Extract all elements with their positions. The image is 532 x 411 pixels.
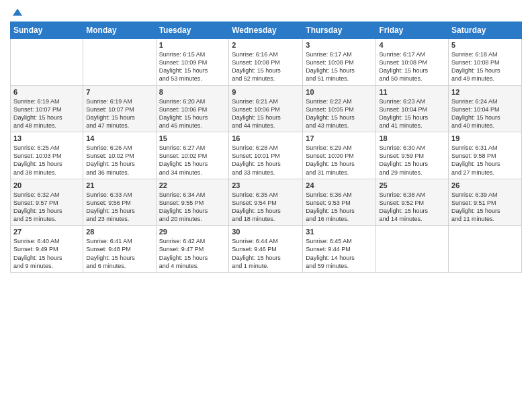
calendar-weekday: Thursday	[303, 22, 376, 39]
day-info: Sunrise: 6:36 AM Sunset: 9:53 PM Dayligh…	[306, 191, 373, 224]
table-row: 5Sunrise: 6:18 AM Sunset: 10:08 PM Dayli…	[449, 39, 522, 86]
day-info: Sunrise: 6:15 AM Sunset: 10:09 PM Daylig…	[159, 50, 226, 83]
table-row	[376, 226, 449, 273]
day-number: 13	[13, 134, 80, 142]
table-row: 23Sunrise: 6:35 AM Sunset: 9:54 PM Dayli…	[229, 179, 303, 226]
day-number: 26	[451, 181, 519, 189]
day-info: Sunrise: 6:27 AM Sunset: 10:02 PM Daylig…	[159, 144, 226, 177]
logo-icon	[11, 7, 24, 19]
day-number: 1	[159, 41, 226, 49]
day-info: Sunrise: 6:40 AM Sunset: 9:49 PM Dayligh…	[13, 237, 80, 270]
day-number: 21	[86, 181, 152, 189]
calendar-table: SundayMondayTuesdayWednesdayThursdayFrid…	[10, 21, 522, 273]
day-info: Sunrise: 6:32 AM Sunset: 9:57 PM Dayligh…	[13, 191, 80, 224]
day-number: 24	[306, 181, 373, 189]
table-row	[83, 39, 156, 86]
table-row: 3Sunrise: 6:17 AM Sunset: 10:08 PM Dayli…	[303, 39, 376, 86]
day-info: Sunrise: 6:28 AM Sunset: 10:01 PM Daylig…	[232, 144, 300, 177]
day-number: 17	[306, 134, 373, 142]
table-row: 26Sunrise: 6:39 AM Sunset: 9:51 PM Dayli…	[449, 179, 522, 226]
table-row: 6Sunrise: 6:19 AM Sunset: 10:07 PM Dayli…	[11, 85, 83, 132]
day-info: Sunrise: 6:44 AM Sunset: 9:46 PM Dayligh…	[232, 237, 300, 270]
day-number: 6	[13, 88, 80, 96]
day-number: 3	[306, 41, 373, 49]
day-number: 9	[232, 88, 300, 96]
logo	[10, 7, 24, 16]
day-info: Sunrise: 6:16 AM Sunset: 10:08 PM Daylig…	[232, 50, 300, 83]
day-info: Sunrise: 6:23 AM Sunset: 10:04 PM Daylig…	[379, 97, 445, 130]
day-info: Sunrise: 6:25 AM Sunset: 10:03 PM Daylig…	[13, 144, 80, 177]
day-number: 22	[159, 181, 226, 189]
table-row: 19Sunrise: 6:31 AM Sunset: 9:58 PM Dayli…	[449, 132, 522, 179]
page-header	[10, 7, 522, 16]
day-info: Sunrise: 6:29 AM Sunset: 10:00 PM Daylig…	[306, 144, 373, 177]
table-row: 9Sunrise: 6:21 AM Sunset: 10:06 PM Dayli…	[229, 85, 303, 132]
table-row: 2Sunrise: 6:16 AM Sunset: 10:08 PM Dayli…	[229, 39, 303, 86]
table-row: 27Sunrise: 6:40 AM Sunset: 9:49 PM Dayli…	[11, 226, 83, 273]
day-number: 14	[86, 134, 152, 142]
day-info: Sunrise: 6:30 AM Sunset: 9:59 PM Dayligh…	[379, 144, 445, 177]
table-row: 25Sunrise: 6:38 AM Sunset: 9:52 PM Dayli…	[376, 179, 449, 226]
day-number: 25	[379, 181, 445, 189]
table-row: 30Sunrise: 6:44 AM Sunset: 9:46 PM Dayli…	[229, 226, 303, 273]
table-row: 12Sunrise: 6:24 AM Sunset: 10:04 PM Dayl…	[449, 85, 522, 132]
day-info: Sunrise: 6:19 AM Sunset: 10:07 PM Daylig…	[86, 97, 152, 130]
table-row: 16Sunrise: 6:28 AM Sunset: 10:01 PM Dayl…	[229, 132, 303, 179]
day-info: Sunrise: 6:24 AM Sunset: 10:04 PM Daylig…	[451, 97, 519, 130]
table-row: 24Sunrise: 6:36 AM Sunset: 9:53 PM Dayli…	[303, 179, 376, 226]
table-row	[11, 39, 83, 86]
day-number: 2	[232, 41, 300, 49]
day-number: 28	[86, 228, 152, 236]
calendar-week-row: 6Sunrise: 6:19 AM Sunset: 10:07 PM Dayli…	[11, 85, 522, 132]
day-number: 19	[451, 134, 519, 142]
day-info: Sunrise: 6:18 AM Sunset: 10:08 PM Daylig…	[451, 50, 519, 83]
day-info: Sunrise: 6:17 AM Sunset: 10:08 PM Daylig…	[306, 50, 373, 83]
day-info: Sunrise: 6:21 AM Sunset: 10:06 PM Daylig…	[232, 97, 300, 130]
day-number: 10	[306, 88, 373, 96]
day-number: 18	[379, 134, 445, 142]
table-row: 15Sunrise: 6:27 AM Sunset: 10:02 PM Dayl…	[156, 132, 229, 179]
table-row: 20Sunrise: 6:32 AM Sunset: 9:57 PM Dayli…	[11, 179, 83, 226]
day-info: Sunrise: 6:22 AM Sunset: 10:05 PM Daylig…	[306, 97, 373, 130]
table-row: 31Sunrise: 6:45 AM Sunset: 9:44 PM Dayli…	[303, 226, 376, 273]
day-info: Sunrise: 6:38 AM Sunset: 9:52 PM Dayligh…	[379, 191, 445, 224]
table-row: 8Sunrise: 6:20 AM Sunset: 10:06 PM Dayli…	[156, 85, 229, 132]
day-number: 15	[159, 134, 226, 142]
day-info: Sunrise: 6:35 AM Sunset: 9:54 PM Dayligh…	[232, 191, 300, 224]
day-number: 12	[451, 88, 519, 96]
table-row: 28Sunrise: 6:41 AM Sunset: 9:48 PM Dayli…	[83, 226, 156, 273]
calendar-header-row: SundayMondayTuesdayWednesdayThursdayFrid…	[11, 22, 522, 39]
table-row: 7Sunrise: 6:19 AM Sunset: 10:07 PM Dayli…	[83, 85, 156, 132]
day-number: 29	[159, 228, 226, 236]
day-info: Sunrise: 6:19 AM Sunset: 10:07 PM Daylig…	[13, 97, 80, 130]
day-number: 4	[379, 41, 445, 49]
day-info: Sunrise: 6:33 AM Sunset: 9:56 PM Dayligh…	[86, 191, 152, 224]
day-number: 11	[379, 88, 445, 96]
day-info: Sunrise: 6:26 AM Sunset: 10:02 PM Daylig…	[86, 144, 152, 177]
day-info: Sunrise: 6:45 AM Sunset: 9:44 PM Dayligh…	[306, 237, 373, 270]
day-number: 16	[232, 134, 300, 142]
table-row: 29Sunrise: 6:42 AM Sunset: 9:47 PM Dayli…	[156, 226, 229, 273]
calendar-weekday: Friday	[376, 22, 449, 39]
day-number: 8	[159, 88, 226, 96]
calendar-week-row: 13Sunrise: 6:25 AM Sunset: 10:03 PM Dayl…	[11, 132, 522, 179]
table-row: 10Sunrise: 6:22 AM Sunset: 10:05 PM Dayl…	[303, 85, 376, 132]
calendar-week-row: 1Sunrise: 6:15 AM Sunset: 10:09 PM Dayli…	[11, 39, 522, 86]
day-info: Sunrise: 6:41 AM Sunset: 9:48 PM Dayligh…	[86, 237, 152, 270]
day-number: 31	[306, 228, 373, 236]
table-row	[449, 226, 522, 273]
day-info: Sunrise: 6:42 AM Sunset: 9:47 PM Dayligh…	[159, 237, 226, 270]
calendar-weekday: Saturday	[449, 22, 522, 39]
page-container: SundayMondayTuesdayWednesdayThursdayFrid…	[0, 0, 532, 279]
table-row: 21Sunrise: 6:33 AM Sunset: 9:56 PM Dayli…	[83, 179, 156, 226]
table-row: 14Sunrise: 6:26 AM Sunset: 10:02 PM Dayl…	[83, 132, 156, 179]
calendar-weekday: Tuesday	[156, 22, 229, 39]
day-number: 30	[232, 228, 300, 236]
table-row: 22Sunrise: 6:34 AM Sunset: 9:55 PM Dayli…	[156, 179, 229, 226]
day-info: Sunrise: 6:20 AM Sunset: 10:06 PM Daylig…	[159, 97, 226, 130]
svg-marker-0	[13, 9, 22, 16]
day-number: 27	[13, 228, 80, 236]
calendar-weekday: Wednesday	[229, 22, 303, 39]
day-info: Sunrise: 6:31 AM Sunset: 9:58 PM Dayligh…	[451, 144, 519, 177]
day-number: 23	[232, 181, 300, 189]
